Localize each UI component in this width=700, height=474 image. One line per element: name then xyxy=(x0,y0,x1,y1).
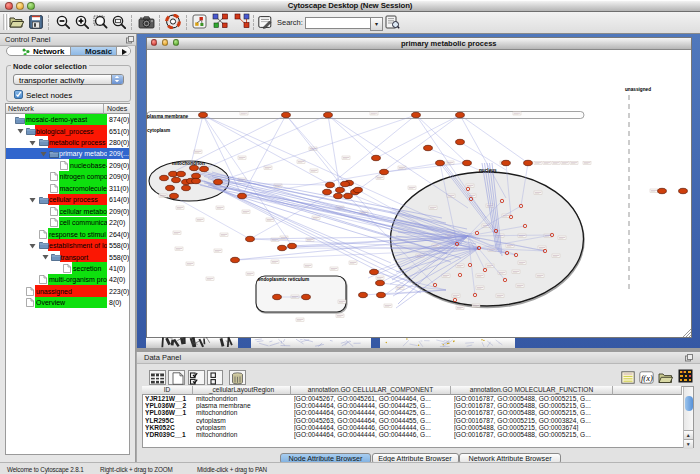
svg-text:f(x): f(x) xyxy=(641,373,653,383)
